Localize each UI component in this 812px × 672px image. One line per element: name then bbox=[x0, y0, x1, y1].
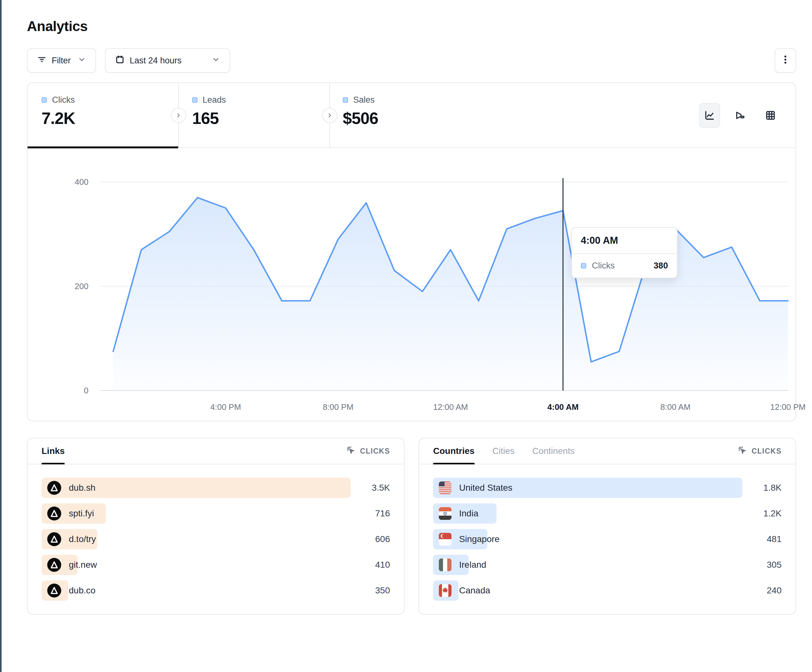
link-row[interactable]: spti.fyi 716 bbox=[41, 503, 390, 524]
stats-row: Clicks 7.2K Leads 165 Sales $506 bbox=[27, 83, 795, 148]
chevron-down-icon bbox=[78, 55, 86, 66]
funnel-view-button[interactable] bbox=[730, 103, 751, 128]
link-row[interactable]: d.to/try 606 bbox=[41, 529, 390, 549]
country-label: India bbox=[459, 508, 478, 518]
calendar-icon bbox=[115, 55, 125, 67]
x-axis-tick: 4:00 PM bbox=[210, 402, 241, 412]
stat-value: 165 bbox=[192, 109, 329, 128]
countries-clicks-metric[interactable]: CLICKS bbox=[737, 445, 781, 457]
tooltip-value: 380 bbox=[654, 261, 668, 271]
tab-continents[interactable]: Continents bbox=[532, 438, 575, 464]
link-label: d.to/try bbox=[69, 534, 96, 544]
ireland-flag-icon bbox=[439, 559, 452, 571]
dub-logo-icon bbox=[47, 583, 61, 597]
analytics-card: Clicks 7.2K Leads 165 Sales $506 bbox=[27, 82, 796, 421]
tab-links[interactable]: Links bbox=[41, 438, 65, 464]
sales-legend-square bbox=[343, 97, 348, 103]
stat-value: $506 bbox=[343, 109, 479, 128]
line-chart-view-button[interactable] bbox=[699, 103, 720, 128]
x-axis-tick: 8:00 AM bbox=[660, 402, 691, 412]
x-axis-tick: 8:00 PM bbox=[323, 402, 353, 412]
link-label: dub.sh bbox=[69, 483, 96, 493]
clicks-legend-square bbox=[41, 97, 47, 103]
country-value: 481 bbox=[767, 534, 781, 544]
detail-panels: Links CLICKS dub.sh 3.5K bbox=[27, 438, 796, 615]
filter-button[interactable]: Filter bbox=[27, 48, 96, 73]
stat-label: Sales bbox=[353, 95, 375, 105]
controls-row: Filter Last 24 hours bbox=[27, 48, 796, 73]
country-value: 1.8K bbox=[763, 483, 781, 493]
link-value: 606 bbox=[375, 534, 390, 544]
chevron-down-icon bbox=[212, 55, 220, 66]
country-value: 1.2K bbox=[763, 508, 781, 518]
tab-countries[interactable]: Countries bbox=[433, 438, 475, 464]
countries-panel-header: Countries Cities Continents CLICKS bbox=[419, 438, 795, 464]
country-value: 305 bbox=[767, 560, 781, 570]
y-axis-tick: 0 bbox=[27, 386, 89, 396]
links-clicks-metric[interactable]: CLICKS bbox=[346, 445, 390, 457]
country-row[interactable]: India 1.2K bbox=[433, 503, 781, 524]
country-row[interactable]: Canada 240 bbox=[433, 580, 781, 601]
us-flag-icon bbox=[439, 481, 452, 494]
clicks-chart[interactable]: 0200400 4:00 PM8:00 PM12:00 AM4:00 AM8:0… bbox=[27, 148, 795, 421]
link-row[interactable]: dub.co 350 bbox=[41, 580, 390, 601]
page-title: Analytics bbox=[27, 19, 796, 34]
links-panel: Links CLICKS dub.sh 3.5K bbox=[27, 438, 404, 615]
canada-flag-icon bbox=[439, 584, 452, 597]
tooltip-series-label: Clicks bbox=[592, 261, 615, 271]
links-rows: dub.sh 3.5K spti.fyi 716 d bbox=[27, 464, 404, 601]
cursor-click-icon bbox=[737, 445, 747, 457]
chart-plot[interactable] bbox=[101, 165, 788, 395]
filter-button-label: Filter bbox=[52, 56, 71, 66]
stat-label: Leads bbox=[203, 95, 226, 105]
chart-view-toggle bbox=[699, 103, 781, 128]
tab-cities[interactable]: Cities bbox=[492, 438, 515, 464]
y-axis-tick: 200 bbox=[27, 281, 89, 291]
singapore-flag-icon bbox=[439, 533, 452, 546]
link-row[interactable]: git.new 410 bbox=[41, 555, 390, 575]
links-metric-label: CLICKS bbox=[360, 447, 390, 455]
country-row[interactable]: Singapore 481 bbox=[433, 529, 781, 549]
dub-logo-icon bbox=[47, 507, 61, 520]
link-row[interactable]: dub.sh 3.5K bbox=[41, 478, 390, 498]
links-panel-header: Links CLICKS bbox=[27, 438, 404, 464]
link-value: 410 bbox=[375, 560, 390, 570]
countries-metric-label: CLICKS bbox=[751, 447, 781, 455]
country-row[interactable]: Ireland 305 bbox=[433, 555, 781, 575]
link-label: spti.fyi bbox=[69, 508, 94, 518]
stat-label: Clicks bbox=[52, 95, 75, 105]
x-axis-tick: 12:00 AM bbox=[433, 402, 468, 412]
expand-clicks-chevron[interactable] bbox=[171, 108, 186, 123]
link-value: 3.5K bbox=[372, 483, 390, 493]
stat-tab-leads[interactable]: Leads 165 bbox=[178, 83, 329, 147]
dub-logo-icon bbox=[47, 481, 61, 495]
tooltip-legend-square bbox=[581, 263, 586, 268]
cursor-click-icon bbox=[346, 445, 355, 457]
country-label: Ireland bbox=[459, 560, 486, 570]
stat-tab-sales[interactable]: Sales $506 bbox=[329, 83, 479, 147]
link-label: git.new bbox=[69, 560, 97, 570]
expand-leads-chevron[interactable] bbox=[322, 108, 337, 123]
stat-tab-clicks[interactable]: Clicks 7.2K bbox=[27, 83, 178, 147]
leads-legend-square bbox=[192, 97, 198, 103]
link-value: 350 bbox=[375, 585, 390, 595]
countries-rows: United States 1.8K India 1.2K bbox=[419, 464, 795, 601]
x-axis-tick: 12:00 PM bbox=[770, 402, 805, 412]
kebab-icon bbox=[781, 54, 790, 67]
x-axis-tick: 4:00 AM bbox=[547, 402, 578, 412]
india-flag-icon bbox=[439, 507, 452, 520]
y-axis-tick: 400 bbox=[27, 177, 89, 187]
link-label: dub.co bbox=[69, 585, 96, 595]
more-menu-button[interactable] bbox=[774, 48, 796, 73]
chart-tooltip: 4:00 AM Clicks 380 bbox=[571, 227, 677, 278]
date-range-button[interactable]: Last 24 hours bbox=[105, 48, 230, 73]
country-label: United States bbox=[459, 483, 512, 493]
country-row[interactable]: United States 1.8K bbox=[433, 478, 781, 498]
date-range-label: Last 24 hours bbox=[130, 56, 182, 66]
country-value: 240 bbox=[767, 585, 781, 595]
table-view-button[interactable] bbox=[760, 103, 781, 128]
country-label: Singapore bbox=[459, 534, 500, 544]
dub-logo-icon bbox=[47, 558, 61, 572]
filter-icon bbox=[37, 55, 47, 67]
link-value: 716 bbox=[375, 508, 390, 518]
